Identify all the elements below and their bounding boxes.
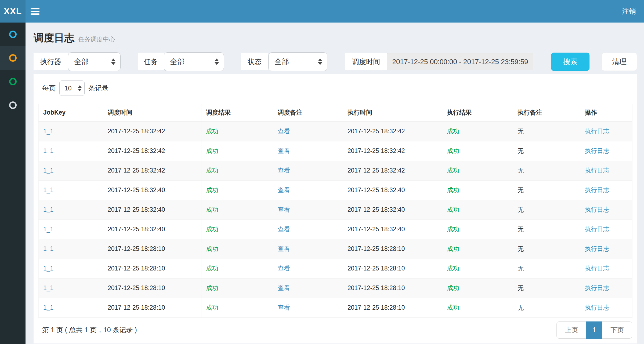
jobkey-link-cell: 1_1 [39,219,103,239]
pagination-page-1-button[interactable]: 1 [586,321,602,339]
trigger-time-cell: 2017-12-25 18:32:40 [103,180,201,200]
trigger-time-cell: 2017-12-25 18:32:42 [103,161,201,180]
trigger-result-cell: 成功 [201,278,273,298]
job-filter-group: 任务 全部 [138,52,224,71]
execution-log-link[interactable]: 执行日志 [585,226,609,233]
executor-filter-label: 执行器 [34,53,68,70]
logout-link[interactable]: 注销 [614,0,644,23]
trigger-time-cell: 2017-12-25 18:28:10 [103,259,201,278]
view-trigger-msg-link[interactable]: 查看 [278,167,290,174]
jobkey-link-cell: 1_1 [39,259,103,278]
jobkey-link[interactable]: 1_1 [43,245,53,252]
column-header-handle-result: 执行结果 [442,104,513,122]
trigger-time-cell: 2017-12-25 18:28:10 [103,278,201,298]
execution-log-link[interactable]: 执行日志 [585,265,609,272]
clear-button[interactable]: 清理 [602,53,637,71]
jobkey-link[interactable]: 1_1 [43,304,53,311]
view-trigger-msg-link[interactable]: 查看 [278,226,290,233]
handle-time-cell: 2017-12-25 18:32:40 [343,180,442,200]
execution-log-link[interactable]: 执行日志 [585,186,609,193]
execution-log-link[interactable]: 执行日志 [585,167,609,174]
jobkey-link[interactable]: 1_1 [43,128,53,135]
view-trigger-msg-link[interactable]: 查看 [278,128,290,135]
pagination-prev-button[interactable]: 上页 [556,321,587,339]
handle-msg-cell: 无 [513,298,580,317]
execution-log-link-cell: 执行日志 [580,239,632,259]
jobkey-link-cell: 1_1 [39,200,103,219]
page-size-control: 每页 10 条记录 [38,80,632,96]
view-trigger-msg-link[interactable]: 查看 [278,265,290,272]
trigger-result-cell: 成功 [201,259,273,278]
view-trigger-msg-link[interactable]: 查看 [278,284,290,291]
execution-log-link[interactable]: 执行日志 [585,128,609,135]
select-arrows-icon [111,58,115,65]
hamburger-icon [31,8,39,9]
view-trigger-msg-link[interactable]: 查看 [278,206,290,213]
handle-result-cell: 成功 [442,278,513,298]
page-size-select[interactable]: 10 [59,80,85,96]
execution-log-link-cell: 执行日志 [580,298,632,317]
trigger-time-range-input[interactable]: 2017-12-25 00:00:00 - 2017-12-25 23:59:5… [387,53,533,70]
executor-select[interactable]: 全部 [68,52,121,71]
execution-log-link[interactable]: 执行日志 [585,206,609,213]
hamburger-icon [31,11,39,12]
jobkey-link[interactable]: 1_1 [43,186,53,193]
jobkey-link[interactable]: 1_1 [43,147,53,154]
execution-log-link-cell: 执行日志 [580,141,632,161]
handle-msg-cell: 无 [513,239,580,259]
jobkey-link-cell: 1_1 [39,122,103,141]
view-trigger-msg-link-cell: 查看 [273,298,343,317]
pagination-next-button[interactable]: 下页 [602,321,632,339]
execution-log-link-cell: 执行日志 [580,161,632,180]
log-row: 1_12017-12-25 18:32:42成功查看2017-12-25 18:… [39,122,632,141]
jobkey-link[interactable]: 1_1 [43,167,53,174]
jobkey-link[interactable]: 1_1 [43,284,53,291]
execution-log-link[interactable]: 执行日志 [585,304,609,311]
app-logo[interactable]: XXL [0,0,26,23]
handle-time-cell: 2017-12-25 18:28:10 [343,298,442,317]
main-content: 调度日志 任务调度中心 执行器 全部 任务 全部 状态 全部 调度时 [26,23,644,344]
log-table-header-row: JobKey调度时间调度结果调度备注执行时间执行结果执行备注操作 [39,104,632,122]
column-header-jobkey: JobKey [39,104,103,122]
sidebar-item-3[interactable] [0,70,26,93]
view-trigger-msg-link-cell: 查看 [273,278,343,298]
trigger-result-cell: 成功 [201,161,273,180]
jobkey-link[interactable]: 1_1 [43,226,53,233]
log-row: 1_12017-12-25 18:28:10成功查看2017-12-25 18:… [39,239,632,259]
sidebar [0,23,26,344]
view-trigger-msg-link[interactable]: 查看 [278,147,290,154]
page-subtitle: 任务调度中心 [78,35,115,43]
log-row: 1_12017-12-25 18:28:10成功查看2017-12-25 18:… [39,298,632,317]
column-header-trigger-msg: 调度备注 [273,104,343,122]
jobkey-link-cell: 1_1 [39,278,103,298]
handle-msg-cell: 无 [513,141,580,161]
execution-log-link[interactable]: 执行日志 [585,284,609,291]
search-button[interactable]: 搜索 [551,53,589,71]
view-trigger-msg-link-cell: 查看 [273,200,343,219]
executor-filter-group: 执行器 全部 [34,52,121,71]
execution-log-link[interactable]: 执行日志 [585,245,609,252]
view-trigger-msg-link[interactable]: 查看 [278,245,290,252]
view-trigger-msg-link[interactable]: 查看 [278,304,290,311]
sidebar-item-4[interactable] [0,93,26,117]
execution-log-link[interactable]: 执行日志 [585,147,609,154]
sidebar-toggle-button[interactable] [26,0,44,23]
job-select[interactable]: 全部 [164,52,224,71]
status-select-value: 全部 [274,57,318,67]
jobkey-link[interactable]: 1_1 [43,206,53,213]
handle-result-cell: 成功 [442,200,513,219]
column-header-trigger-time: 调度时间 [103,104,201,122]
page-title: 调度日志 [34,32,74,43]
trigger-result-cell: 成功 [201,200,273,219]
sidebar-item-2[interactable] [0,46,26,70]
status-select[interactable]: 全部 [268,52,327,71]
select-arrows-icon [78,85,82,91]
handle-result-cell: 成功 [442,122,513,141]
view-trigger-msg-link[interactable]: 查看 [278,186,290,193]
log-table: JobKey调度时间调度结果调度备注执行时间执行结果执行备注操作 1_12017… [38,104,632,318]
jobkey-link-cell: 1_1 [39,298,103,317]
sidebar-item-1[interactable] [0,23,26,46]
log-row: 1_12017-12-25 18:28:10成功查看2017-12-25 18:… [39,259,632,278]
hamburger-icon [31,13,39,15]
jobkey-link[interactable]: 1_1 [43,265,53,272]
